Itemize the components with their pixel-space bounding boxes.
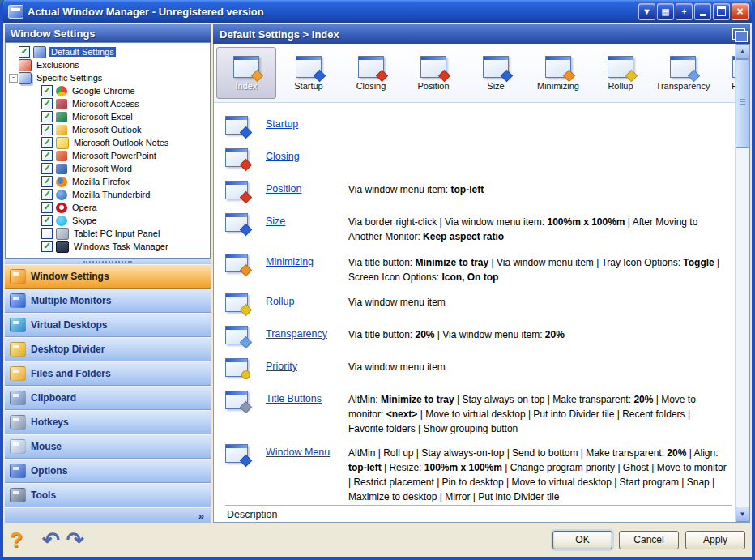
tree-item-microsoft-word[interactable]: Microsoft Word bbox=[6, 162, 210, 175]
size-link[interactable]: Size bbox=[266, 212, 348, 227]
sidebar-item-options[interactable]: Options bbox=[5, 459, 211, 483]
checkbox[interactable] bbox=[41, 98, 53, 109]
tree-item-label: Microsoft Outlook Notes bbox=[72, 138, 170, 147]
sidebar-item-window-settings[interactable]: Window Settings bbox=[5, 264, 211, 289]
tool-size[interactable]: Size bbox=[466, 47, 526, 99]
checkbox[interactable] bbox=[41, 124, 53, 135]
sidebar-item-virtual-desktops[interactable]: Virtual Desktops bbox=[5, 313, 211, 337]
tree-item-microsoft-access[interactable]: Microsoft Access bbox=[6, 97, 210, 110]
transparency-link[interactable]: Transparency bbox=[266, 325, 348, 340]
checkbox[interactable] bbox=[19, 46, 30, 58]
apply-button[interactable]: Apply bbox=[685, 531, 745, 549]
checkbox[interactable] bbox=[41, 111, 53, 122]
tree-item-label: Microsoft Outlook bbox=[70, 125, 143, 135]
row-description: AltMin | Roll up | Stay always-on-top | … bbox=[348, 443, 732, 504]
scrollbar-track[interactable] bbox=[736, 59, 749, 507]
tree-item-mozilla-thunderbird[interactable]: Mozilla Thunderbird bbox=[6, 188, 210, 201]
checkbox[interactable] bbox=[41, 228, 53, 239]
pin-button[interactable]: + bbox=[676, 3, 693, 20]
splitter-gripper[interactable] bbox=[5, 259, 211, 264]
ok-button[interactable]: OK bbox=[552, 531, 612, 549]
startup-link[interactable]: Startup bbox=[266, 115, 348, 130]
description-section-label: Description bbox=[225, 505, 732, 522]
vertical-scrollbar[interactable]: ▲ ▼ bbox=[735, 44, 749, 522]
titlebar[interactable]: Actual Window Manager - Unregistered ver… bbox=[3, 0, 752, 23]
sidebar-item-tools[interactable]: Tools bbox=[5, 483, 211, 507]
tree-item-opera[interactable]: Opera bbox=[6, 201, 210, 214]
checkbox[interactable] bbox=[41, 189, 53, 200]
scroll-up-icon[interactable]: ▲ bbox=[736, 44, 749, 59]
startup-icon bbox=[225, 116, 248, 135]
tree-item-windows-task-manager[interactable]: Windows Task Manager bbox=[6, 240, 210, 253]
checkbox[interactable] bbox=[41, 215, 53, 226]
rollup-link[interactable]: Rollup bbox=[266, 293, 348, 307]
window-menu-link[interactable]: Window Menu bbox=[266, 443, 348, 458]
checkbox[interactable] bbox=[41, 137, 53, 148]
checkbox[interactable] bbox=[41, 150, 53, 161]
transparency-icon bbox=[225, 326, 248, 344]
cancel-button[interactable]: Cancel bbox=[619, 531, 679, 549]
tree-item-microsoft-outlook[interactable]: Microsoft Outlook bbox=[6, 123, 210, 136]
nav-overflow-chevron[interactable]: » bbox=[5, 507, 211, 523]
tree-item-tablet-pc-input-panel[interactable]: Tablet PC Input Panel bbox=[6, 227, 210, 240]
tree-item-mozilla-firefox[interactable]: Mozilla Firefox bbox=[6, 175, 210, 188]
tree-item-microsoft-excel[interactable]: Microsoft Excel bbox=[6, 110, 210, 123]
sidebar-item-hotkeys[interactable]: Hotkeys bbox=[5, 410, 211, 434]
close-button[interactable]: × bbox=[732, 3, 749, 20]
sidebar-item-clipboard[interactable]: Clipboard bbox=[5, 386, 211, 410]
sidebar-item-multiple-monitors[interactable]: Multiple Monitors bbox=[5, 289, 211, 313]
sidebar-item-files-and-folders[interactable]: Files and Folders bbox=[5, 361, 211, 386]
sidebar-item-desktop-divider[interactable]: Desktop Divider bbox=[5, 337, 211, 361]
checkbox[interactable] bbox=[41, 202, 53, 213]
app-icon bbox=[8, 5, 23, 19]
tree-expander-icon[interactable]: - bbox=[9, 74, 18, 83]
tree-item-google-chrome[interactable]: Google Chrome bbox=[6, 84, 210, 97]
transparency-icon bbox=[670, 56, 696, 78]
tree-item-label: Windows Task Manager bbox=[72, 242, 170, 251]
scrollbar-thumb[interactable] bbox=[736, 59, 749, 148]
tree-item-specific-settings[interactable]: - Specific Settings bbox=[6, 71, 210, 84]
tool-minimizing[interactable]: Minimizing bbox=[528, 47, 588, 99]
tool-transparency[interactable]: Transparency bbox=[653, 47, 713, 99]
minimizing-link[interactable]: Minimizing bbox=[266, 253, 348, 267]
priority-link[interactable]: Priority bbox=[266, 357, 348, 372]
mouse-icon bbox=[10, 439, 26, 454]
checkbox[interactable] bbox=[41, 176, 53, 187]
opera-icon bbox=[56, 203, 67, 213]
row-startup: Startup bbox=[225, 109, 732, 142]
checkbox[interactable] bbox=[41, 241, 53, 252]
tool-rollup[interactable]: Rollup bbox=[591, 47, 650, 99]
exclusions-icon bbox=[19, 59, 32, 71]
minimize-button[interactable] bbox=[694, 3, 711, 20]
redo-icon[interactable]: ↷ bbox=[66, 529, 84, 550]
tree-item-skype[interactable]: Skype bbox=[6, 214, 210, 227]
files-folders-icon bbox=[10, 366, 26, 381]
tool-closing[interactable]: Closing bbox=[341, 47, 401, 99]
scroll-down-icon[interactable]: ▼ bbox=[736, 507, 749, 522]
undo-icon[interactable]: ↶ bbox=[42, 529, 60, 550]
breadcrumb: Default Settings > Index bbox=[220, 28, 339, 41]
tree-item-microsoft-powerpoint[interactable]: Microsoft PowerPoint bbox=[6, 149, 210, 162]
sidebar-item-mouse[interactable]: Mouse bbox=[5, 434, 211, 459]
tool-position[interactable]: Position bbox=[403, 47, 463, 99]
title-buttons-link[interactable]: Title Buttons bbox=[266, 390, 348, 404]
restore-button[interactable] bbox=[713, 3, 730, 20]
tool-index[interactable]: Index bbox=[216, 47, 276, 99]
tree-item-exclusions[interactable]: Exclusions bbox=[6, 58, 210, 71]
checkbox[interactable] bbox=[41, 85, 53, 96]
tree-item-microsoft-outlook-notes[interactable]: Microsoft Outlook Notes bbox=[6, 136, 210, 149]
tool-startup[interactable]: Startup bbox=[279, 47, 339, 99]
tool-priority[interactable]: Priority bbox=[715, 47, 735, 99]
closing-link[interactable]: Closing bbox=[266, 147, 348, 162]
collapse-button[interactable]: ▼ bbox=[638, 3, 655, 20]
position-link[interactable]: Position bbox=[266, 180, 348, 195]
row-description: Via window menu item: top-left bbox=[348, 180, 732, 197]
checkbox[interactable] bbox=[41, 163, 53, 174]
settings-panel: Default Settings > Index Index Startup bbox=[213, 24, 750, 523]
panel-windows-icon[interactable] bbox=[732, 28, 745, 40]
tree-item-default-settings[interactable]: Default Settings bbox=[6, 45, 210, 58]
row-description: Via title button: 20% | Via window menu … bbox=[348, 325, 732, 342]
help-icon[interactable]: ? bbox=[10, 529, 23, 550]
title-buttons-icon bbox=[225, 391, 248, 409]
desktops-button[interactable]: ▦ bbox=[657, 3, 674, 20]
